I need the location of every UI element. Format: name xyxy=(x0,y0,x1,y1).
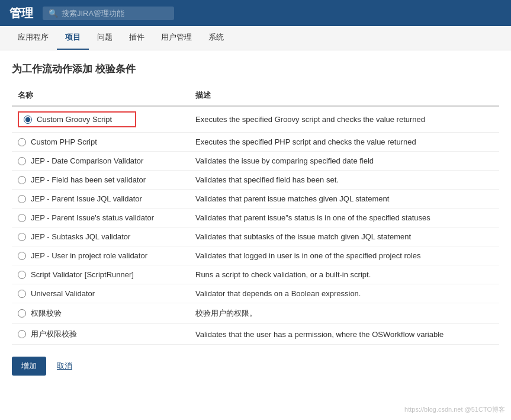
row-radio-2[interactable] xyxy=(18,157,26,165)
row-radio-9[interactable] xyxy=(18,290,26,298)
row-desc-cell: Validates that specified field has been … xyxy=(189,171,499,190)
row-name-cell: Universal Validator xyxy=(12,284,189,303)
search-icon: 🔍 xyxy=(49,9,58,18)
row-desc-cell: Validator that depends on a Boolean expr… xyxy=(189,284,499,303)
row-radio-1[interactable] xyxy=(18,138,26,146)
radio-cell: Script Validator [ScriptRunner] xyxy=(18,270,184,279)
row-name-cell: JEP - Parent Issue JQL validator xyxy=(12,190,189,209)
row-desc-cell: Validates that the user has a permission… xyxy=(189,324,499,345)
row-radio-0[interactable] xyxy=(24,116,32,124)
row-name-label: Script Validator [ScriptRunner] xyxy=(31,270,134,279)
row-name-label: JEP - Field has been set validator xyxy=(31,175,146,184)
radio-cell: JEP - Subtasks JQL validator xyxy=(18,232,184,241)
row-name-cell: JEP - Subtasks JQL validator xyxy=(12,227,189,246)
row-desc-cell: Validates that parent issue"s status is … xyxy=(189,209,499,227)
table-row: 权限校验校验用户的权限。 xyxy=(12,303,499,324)
page-heading: 为工作流动作添加 校验条件 xyxy=(12,62,499,76)
nav-bar: 应用程序项目问题插件用户管理系统 xyxy=(0,26,511,50)
table-row: Universal ValidatorValidator that depend… xyxy=(12,284,499,303)
row-desc-cell: Executes the specified PHP script and ch… xyxy=(189,133,499,152)
cancel-button[interactable]: 取消 xyxy=(51,357,78,376)
row-name-label: JEP - Parent Issue JQL validator xyxy=(31,194,142,203)
radio-cell: Universal Validator xyxy=(18,289,184,298)
row-name-cell: Custom Groovy Script xyxy=(12,106,189,133)
page-content: 为工作流动作添加 校验条件 名称 描述 Custom Groovy Script… xyxy=(0,50,511,387)
radio-cell: JEP - Parent Issue JQL validator xyxy=(18,194,184,203)
row-name-cell: 用户权限校验 xyxy=(12,324,189,345)
search-input[interactable] xyxy=(62,9,168,18)
row-name-cell: 权限校验 xyxy=(12,303,189,324)
row-desc-cell: Validates that parent issue matches give… xyxy=(189,190,499,209)
table-row: Script Validator [ScriptRunner]Runs a sc… xyxy=(12,265,499,284)
table-row: Custom PHP ScriptExecutes the specified … xyxy=(12,133,499,152)
radio-cell: 权限校验 xyxy=(18,308,184,319)
row-radio-7[interactable] xyxy=(18,252,26,260)
conditions-table: 名称 描述 Custom Groovy ScriptExecutes the s… xyxy=(12,85,499,345)
row-name-label: 用户权限校验 xyxy=(31,329,77,339)
radio-cell: Custom PHP Script xyxy=(18,137,184,146)
row-desc-cell: Executes the specified Groovy script and… xyxy=(189,106,499,133)
table-row: 用户权限校验Validates that the user has a perm… xyxy=(12,324,499,345)
row-name-cell: Custom PHP Script xyxy=(12,133,189,152)
row-name-label: Custom PHP Script xyxy=(31,137,97,146)
row-name-cell: JEP - Field has been set validator xyxy=(12,171,189,190)
row-desc-cell: 校验用户的权限。 xyxy=(189,303,499,324)
row-radio-8[interactable] xyxy=(18,271,26,279)
table-row: JEP - Field has been set validatorValida… xyxy=(12,171,499,190)
radio-cell: 用户权限校验 xyxy=(18,329,184,339)
nav-item-1[interactable]: 项目 xyxy=(57,26,89,50)
page-title: 管理 xyxy=(9,5,33,21)
table-row: JEP - Parent Issue's status validatorVal… xyxy=(12,209,499,227)
row-desc-cell: Runs a script to check validation, or a … xyxy=(189,265,499,284)
top-header: 管理 🔍 xyxy=(0,0,511,26)
row-name-cell: JEP - Parent Issue's status validator xyxy=(12,209,189,227)
col-desc-header: 描述 xyxy=(189,85,499,106)
add-button[interactable]: 增加 xyxy=(12,357,46,376)
nav-item-2[interactable]: 问题 xyxy=(89,26,121,50)
row-name-cell: Script Validator [ScriptRunner] xyxy=(12,265,189,284)
row-radio-11[interactable] xyxy=(18,330,26,338)
table-row: JEP - Parent Issue JQL validatorValidate… xyxy=(12,190,499,209)
nav-item-5[interactable]: 系统 xyxy=(200,26,232,50)
search-bar[interactable]: 🔍 xyxy=(43,7,174,20)
row-name-cell: JEP - User in project role validator xyxy=(12,246,189,265)
row-name-label: Universal Validator xyxy=(31,289,95,298)
radio-cell: JEP - Field has been set validator xyxy=(18,175,184,184)
row-name-label: JEP - User in project role validator xyxy=(31,251,147,260)
row-desc-cell: Validates that subtasks of the issue mat… xyxy=(189,227,499,246)
row-radio-4[interactable] xyxy=(18,195,26,203)
row-desc-cell: Validates the issue by comparing specifi… xyxy=(189,152,499,171)
radio-cell: JEP - User in project role validator xyxy=(18,251,184,260)
selected-row-box: Custom Groovy Script xyxy=(18,111,136,127)
nav-item-0[interactable]: 应用程序 xyxy=(9,26,57,50)
row-name-label: JEP - Parent Issue's status validator xyxy=(31,213,154,222)
row-name-label: 权限校验 xyxy=(31,308,62,319)
row-name-label: JEP - Subtasks JQL validator xyxy=(31,232,130,241)
row-radio-10[interactable] xyxy=(18,309,26,318)
row-desc-cell: Validates that logged in user is in one … xyxy=(189,246,499,265)
table-row: JEP - Subtasks JQL validatorValidates th… xyxy=(12,227,499,246)
radio-cell: JEP - Parent Issue's status validator xyxy=(18,213,184,222)
row-radio-5[interactable] xyxy=(18,214,26,222)
col-name-header: 名称 xyxy=(12,85,189,106)
row-radio-3[interactable] xyxy=(18,176,26,184)
table-row: JEP - User in project role validatorVali… xyxy=(12,246,499,265)
table-row: JEP - Date Comparison ValidatorValidates… xyxy=(12,152,499,171)
row-name-cell: JEP - Date Comparison Validator xyxy=(12,152,189,171)
row-name-label: JEP - Date Comparison Validator xyxy=(31,156,143,165)
row-radio-6[interactable] xyxy=(18,233,26,241)
row-name-label: Custom Groovy Script xyxy=(37,115,112,124)
bottom-actions: 增加 取消 xyxy=(12,357,499,376)
nav-item-3[interactable]: 插件 xyxy=(121,26,153,50)
table-row: Custom Groovy ScriptExecutes the specifi… xyxy=(12,106,499,133)
radio-cell: JEP - Date Comparison Validator xyxy=(18,156,184,165)
nav-item-4[interactable]: 用户管理 xyxy=(153,26,200,50)
